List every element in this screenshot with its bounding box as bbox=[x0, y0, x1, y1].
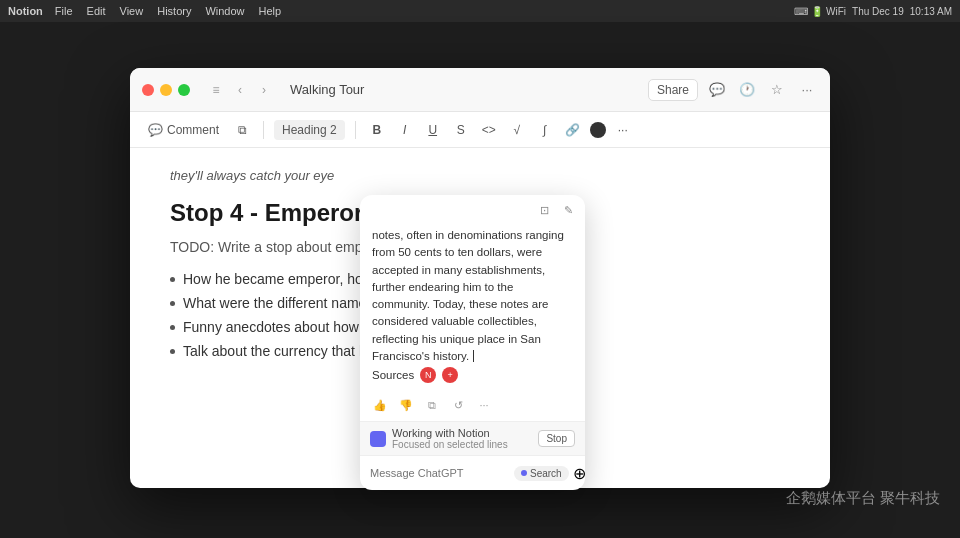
back-button[interactable]: ‹ bbox=[230, 80, 250, 100]
forward-button[interactable]: › bbox=[254, 80, 274, 100]
menu-view[interactable]: View bbox=[120, 5, 144, 17]
refresh-btn[interactable]: ↺ bbox=[448, 395, 468, 415]
chat-working-info: Working with Notion Focused on selected … bbox=[392, 427, 508, 450]
menubar: Notion File Edit View History Window Hel… bbox=[0, 0, 960, 22]
scroll-hint-text: they'll always catch your eye bbox=[170, 168, 790, 183]
chat-input-actions: Search ⊕ GPT-4o 🎤 ▶ bbox=[514, 462, 585, 484]
italic-btn[interactable]: I bbox=[394, 119, 416, 141]
stop-button[interactable]: Stop bbox=[538, 430, 575, 447]
chat-minimize-btn[interactable]: ⊡ bbox=[535, 201, 553, 219]
share-button[interactable]: Share bbox=[648, 79, 698, 101]
sources-label: Sources bbox=[372, 369, 414, 381]
comment-button[interactable]: 💬 Comment bbox=[142, 120, 225, 140]
chat-working-title: Working with Notion bbox=[392, 427, 508, 439]
title-bar-right: Share 💬 🕐 ☆ ··· bbox=[648, 79, 818, 101]
comment-icon: 💬 bbox=[148, 123, 163, 137]
source-icon-2[interactable]: + bbox=[442, 367, 458, 383]
star-icon-btn[interactable]: ☆ bbox=[766, 79, 788, 101]
search-dot bbox=[521, 470, 527, 476]
chat-reactions: 👍 👎 ⧉ ↺ ··· bbox=[360, 391, 585, 421]
chat-panel: ⊡ ✎ notes, often in denominations rangin… bbox=[360, 195, 585, 490]
menu-file[interactable]: File bbox=[55, 5, 73, 17]
bold-btn[interactable]: B bbox=[366, 119, 388, 141]
toolbar-separator-2 bbox=[355, 121, 356, 139]
menu-window[interactable]: Window bbox=[205, 5, 244, 17]
thumbs-up-btn[interactable]: 👍 bbox=[370, 395, 390, 415]
source-icon-1[interactable]: N bbox=[420, 367, 436, 383]
menu-edit[interactable]: Edit bbox=[87, 5, 106, 17]
menubar-time: 10:13 AM bbox=[910, 6, 952, 17]
more-format-btn[interactable]: ··· bbox=[612, 119, 634, 141]
bullet-dot bbox=[170, 349, 175, 354]
integral-btn[interactable]: ∫ bbox=[534, 119, 556, 141]
title-bar-nav: ≡ ‹ › bbox=[206, 80, 274, 100]
watermark: 企鹅媒体平台 聚牛科技 bbox=[786, 489, 940, 508]
chat-expand-btn[interactable]: ✎ bbox=[559, 201, 577, 219]
menubar-date: Thu Dec 19 bbox=[852, 6, 904, 17]
traffic-lights bbox=[142, 84, 190, 96]
chat-messages: notes, often in denominations ranging fr… bbox=[360, 223, 585, 363]
menubar-right: ⌨ 🔋 WiFi Thu Dec 19 10:13 AM bbox=[794, 6, 952, 17]
system-icons: ⌨ 🔋 WiFi bbox=[794, 6, 846, 17]
chat-panel-header: ⊡ ✎ bbox=[360, 195, 585, 223]
search-pill[interactable]: Search bbox=[514, 466, 569, 481]
underline-btn[interactable]: U bbox=[422, 119, 444, 141]
bullet-dot bbox=[170, 277, 175, 282]
thumbs-down-btn[interactable]: 👎 bbox=[396, 395, 416, 415]
minimize-button[interactable] bbox=[160, 84, 172, 96]
window-title: Walking Tour bbox=[290, 82, 640, 97]
close-button[interactable] bbox=[142, 84, 154, 96]
link-btn[interactable]: 🔗 bbox=[562, 119, 584, 141]
menu-history[interactable]: History bbox=[157, 5, 191, 17]
math-btn[interactable]: √ bbox=[506, 119, 528, 141]
notion-ai-icon bbox=[370, 431, 386, 447]
strikethrough-btn[interactable]: S bbox=[450, 119, 472, 141]
copy-btn[interactable]: ⧉ bbox=[422, 395, 442, 415]
history-icon-btn[interactable]: 🕐 bbox=[736, 79, 758, 101]
chat-message-1: notes, often in denominations ranging fr… bbox=[372, 227, 573, 363]
comment-label: Comment bbox=[167, 123, 219, 137]
format-toolbar: 💬 Comment ⧉ Heading 2 B I U S <> √ ∫ 🔗 ·… bbox=[130, 112, 830, 148]
format-options-btn[interactable]: ⧉ bbox=[231, 119, 253, 141]
text-cursor bbox=[473, 350, 474, 362]
sources-row: Sources N + bbox=[360, 363, 585, 391]
chat-working-left: Working with Notion Focused on selected … bbox=[370, 427, 508, 450]
comment-icon-btn[interactable]: 💬 bbox=[706, 79, 728, 101]
more-icon-btn[interactable]: ··· bbox=[796, 79, 818, 101]
menubar-items: File Edit View History Window Help bbox=[55, 5, 281, 17]
menu-help[interactable]: Help bbox=[259, 5, 282, 17]
title-bar: ≡ ‹ › Walking Tour Share 💬 🕐 ☆ ··· bbox=[130, 68, 830, 112]
bullet-dot bbox=[170, 325, 175, 330]
chat-working-bar: Working with Notion Focused on selected … bbox=[360, 421, 585, 455]
code-btn[interactable]: <> bbox=[478, 119, 500, 141]
expand-icon[interactable]: ⊕ bbox=[573, 464, 585, 483]
color-picker[interactable] bbox=[590, 122, 606, 138]
menubar-app: Notion bbox=[8, 5, 43, 17]
sidebar-toggle[interactable]: ≡ bbox=[206, 80, 226, 100]
bullet-dot bbox=[170, 301, 175, 306]
more-reactions-btn[interactable]: ··· bbox=[474, 395, 494, 415]
chat-input-bar: Search ⊕ GPT-4o 🎤 ▶ bbox=[360, 455, 585, 490]
maximize-button[interactable] bbox=[178, 84, 190, 96]
chat-message-text-1: notes, often in denominations ranging fr… bbox=[372, 229, 564, 362]
search-label: Search bbox=[530, 468, 562, 479]
chat-working-sub: Focused on selected lines bbox=[392, 439, 508, 450]
chat-input-field[interactable] bbox=[370, 467, 508, 479]
toolbar-separator bbox=[263, 121, 264, 139]
heading-select[interactable]: Heading 2 bbox=[274, 120, 345, 140]
